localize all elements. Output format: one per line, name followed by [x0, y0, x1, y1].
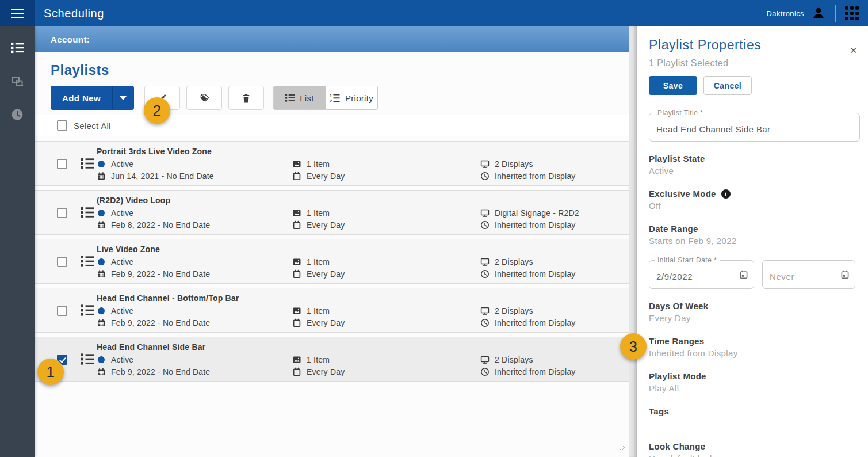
initial-start-date-label: Initial Start Date * [655, 256, 720, 264]
add-new-label: Add New [51, 86, 112, 110]
playlist-days: Every Day [307, 367, 345, 376]
close-icon[interactable] [848, 45, 859, 56]
delete-button[interactable] [228, 86, 264, 110]
scheduling-app: Scheduling Daktronics [0, 0, 868, 457]
time-icon [480, 172, 490, 181]
playlist-days: Every Day [307, 220, 345, 230]
view-toggle: List 1 2 Priority [273, 86, 378, 110]
playlist-item-count: 1 Item [307, 159, 330, 169]
time-icon [480, 269, 490, 279]
image-icon [292, 306, 301, 315]
date-range-label: Date Range [649, 224, 860, 234]
person-icon[interactable] [811, 6, 826, 21]
initial-start-date-field: Initial Start Date * [649, 260, 754, 289]
playlist-times: Inherited from Display [495, 269, 576, 279]
apps-grid-icon[interactable] [845, 6, 859, 20]
playlist-date-range: Feb 9, 2022 - No End Date [111, 318, 210, 327]
playlist-row[interactable]: Live Video Zone Active Feb 9, 2022 - No … [35, 239, 629, 284]
section-exclusive-mode: Exclusive Mode Off [649, 189, 860, 212]
calendar-icon [97, 172, 106, 181]
main-content: Playlists Add New [35, 52, 629, 457]
playlist-title-field-label: Playlist Title * [655, 109, 706, 117]
initial-start-date-input[interactable] [649, 261, 754, 288]
playlist-state: Active [111, 306, 133, 315]
calendar-icon [97, 318, 106, 327]
active-dot-icon [98, 161, 105, 167]
calendar-icon [292, 318, 301, 327]
playlist-list-icon [81, 304, 94, 317]
info-icon[interactable] [721, 189, 731, 199]
playlist-times: Inherited from Display [495, 367, 576, 376]
playlists-toolbar: Add New [51, 86, 629, 110]
sidebar-item-playlists[interactable] [7, 39, 28, 56]
playlist-times: Inherited from Display [495, 318, 576, 327]
priority-view-toggle[interactable]: 1 2 Priority [326, 86, 377, 109]
playlist-checkbox[interactable] [57, 306, 67, 316]
tag-button[interactable] [186, 86, 222, 110]
top-bar: Scheduling Daktronics [0, 0, 868, 26]
image-icon [292, 159, 301, 169]
add-new-dropdown-button[interactable] [112, 86, 134, 110]
display-icon [480, 208, 490, 218]
select-all-checkbox[interactable] [57, 120, 67, 131]
playlist-state: Active [111, 257, 133, 266]
playlist-date-range: Feb 9, 2022 - No End Date [111, 269, 210, 279]
list-view-toggle[interactable]: List [274, 86, 326, 109]
playlist-displays: 2 Displays [495, 355, 533, 364]
playlist-checkbox[interactable] [57, 159, 67, 169]
hamburger-icon [11, 9, 24, 18]
save-button[interactable]: Save [649, 76, 697, 95]
active-dot-icon [98, 210, 105, 216]
playlist-title: Live Video Zone [97, 243, 292, 256]
sidebar-item-schedule[interactable] [7, 106, 28, 123]
priority-view-label: Priority [345, 93, 373, 103]
dropdown-caret-icon [120, 96, 127, 100]
playlist-title-input[interactable] [649, 113, 859, 141]
tags-value [649, 418, 860, 429]
sidebar-item-zones[interactable] [7, 73, 28, 90]
add-new-button[interactable]: Add New [51, 86, 134, 110]
calendar-icon [97, 269, 106, 279]
playlist-days: Every Day [307, 318, 345, 327]
left-sidebar [0, 26, 35, 457]
calendar-input-icon[interactable] [739, 270, 748, 279]
account-label: Account: [51, 35, 90, 44]
playlist-title: Portrait 3rds Live Video Zone [97, 145, 292, 158]
playlist-item-count: 1 Item [307, 257, 330, 266]
active-dot-icon [98, 307, 105, 314]
panel-title: Playlist Properties [649, 37, 860, 53]
section-look-change: Look Change Use default look [649, 441, 860, 457]
playlist-row[interactable]: Head End Channel Side Bar Active Feb 9, … [35, 337, 629, 382]
list-view-icon [285, 93, 295, 102]
calendar-icon [97, 367, 106, 376]
calendar-icon [97, 220, 106, 230]
list-view-label: List [300, 93, 314, 103]
playlist-state: Active [111, 208, 133, 218]
resize-grip-icon[interactable] [619, 444, 625, 450]
playlist-row[interactable]: Portrait 3rds Live Video Zone Active Jun… [35, 141, 629, 186]
playlist-checkbox[interactable] [57, 208, 67, 218]
playlist-row[interactable]: (R2D2) Video Loop Active Feb 8, 2022 - N… [35, 190, 629, 235]
section-date-range: Date Range Starts on Feb 9, 2022 Initial… [649, 224, 860, 289]
zones-nav-icon [11, 75, 24, 87]
playlist-date-range: Feb 9, 2022 - No End Date [111, 367, 210, 376]
playlist-list-icon [81, 353, 94, 365]
hamburger-menu-button[interactable] [0, 0, 35, 26]
section-playlist-mode: Playlist Mode Play All [649, 371, 860, 394]
priority-view-icon: 1 2 [330, 93, 340, 103]
playlist-properties-panel: Playlist Properties 1 Playlist Selected … [637, 26, 868, 457]
playlist-checkbox[interactable] [57, 257, 67, 267]
playlist-title: Head End Channel - Bottom/Top Bar [97, 292, 292, 304]
select-all-label: Select All [74, 121, 111, 131]
playlist-displays: 2 Displays [495, 306, 533, 315]
calendar-input-icon[interactable] [840, 270, 850, 279]
playlist-list-icon [81, 206, 94, 219]
playlist-displays: Digital Signage - R2D2 [495, 208, 579, 218]
cancel-button[interactable]: Cancel [703, 76, 752, 95]
tags-icon [199, 93, 209, 103]
playlist-row[interactable]: Head End Channel - Bottom/Top Bar Active… [35, 288, 629, 333]
playlist-days: Every Day [307, 172, 345, 181]
section-tags: Tags [649, 406, 860, 429]
svg-text:2: 2 [330, 98, 332, 102]
select-all-row: Select All [35, 115, 629, 136]
